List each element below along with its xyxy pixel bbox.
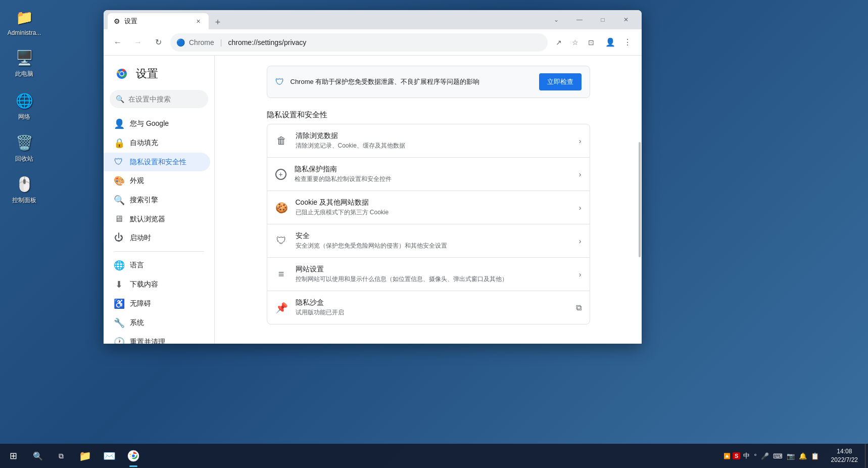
active-tab[interactable]: ⚙ 设置 ✕ [108, 13, 209, 29]
refresh-button[interactable]: ↻ [150, 34, 166, 51]
sidebar-item-reset[interactable]: 🕐 重置并清理 [104, 333, 210, 344]
admin-label: Administra... [8, 29, 41, 36]
search-box[interactable]: 🔍 [110, 90, 208, 108]
show-desktop-button[interactable] [865, 444, 868, 468]
mic-icon[interactable]: 🎤 [760, 452, 770, 460]
sidebar-label-autofill: 自动填充 [130, 138, 158, 148]
taskbar-clock[interactable]: 14:08 2022/7/22 [825, 444, 864, 468]
sidebar-item-search[interactable]: 🔍 搜索引擎 [104, 191, 210, 210]
desktop-icon-network[interactable]: 🌐 网络 [4, 88, 44, 123]
forward-button[interactable]: → [130, 34, 146, 51]
clipboard-icon[interactable]: 📋 [810, 452, 820, 460]
security-item[interactable]: 🛡 安全 安全浏览（保护您免受危险网站的侵害）和其他安全设置 › [267, 224, 590, 258]
site-settings-item[interactable]: ≡ 网站设置 控制网站可以使用和显示什么信息（如位置信息、摄像头、弹出式窗口及其… [267, 258, 590, 291]
profile-button[interactable]: 👤 [602, 34, 618, 51]
maximize-button[interactable]: □ [591, 10, 614, 29]
clear-browsing-item[interactable]: 🗑 清除浏览数据 清除浏览记录、Cookie、缓存及其他数据 › [267, 124, 590, 158]
split-button[interactable]: ⊡ [584, 35, 598, 50]
accessibility-icon: ♿ [114, 298, 124, 309]
appearance-icon: 🎨 [114, 175, 124, 186]
autofill-icon: 🔒 [114, 137, 124, 149]
taskbar-app-explorer[interactable]: 📁 [73, 444, 97, 468]
sidebar-item-autofill[interactable]: 🔒 自动填充 [104, 133, 210, 153]
camera-icon[interactable]: 📷 [786, 452, 796, 460]
recycle-label: 回收站 [15, 155, 33, 163]
sidebar-item-google[interactable]: 👤 您与 Google [104, 114, 210, 133]
sogou-icon[interactable]: S [733, 452, 740, 459]
scrollbar-track[interactable] [638, 56, 642, 344]
sidebar-label-privacy: 隐私设置和安全性 [130, 158, 186, 167]
sidebar-item-system[interactable]: 🔧 系统 [104, 313, 210, 333]
search-input[interactable] [128, 95, 215, 103]
cookies-arrow: › [579, 204, 582, 212]
omnibox[interactable]: 🔵 Chrome | chrome://settings/privacy [170, 33, 548, 52]
dropdown-button[interactable]: ⌄ [545, 10, 568, 29]
share-button[interactable]: ↗ [552, 35, 566, 50]
clear-browsing-text: 清除浏览数据 清除浏览记录、Cookie、缓存及其他数据 [296, 131, 571, 150]
sidebar-label-accessibility: 无障碍 [130, 299, 151, 308]
site-settings-subtitle: 控制网站可以使用和显示什么信息（如位置信息、摄像头、弹出式窗口及其他） [296, 275, 571, 284]
desktop-icon-recycle[interactable]: 🗑️ 回收站 [4, 130, 44, 165]
check-now-button[interactable]: 立即检查 [539, 73, 582, 90]
taskbar-app-chrome[interactable] [121, 444, 146, 468]
security-arrow: › [579, 237, 582, 245]
chrome-logo-icon [114, 66, 130, 82]
desktop-icon-mypc[interactable]: 🖥️ 此电脑 [4, 45, 44, 80]
notification-icon[interactable]: 🔔 [798, 452, 808, 460]
tab-title: 设置 [124, 17, 189, 26]
omnibox-separator: | [220, 38, 222, 46]
tab-close-button[interactable]: ✕ [194, 17, 203, 26]
start-button[interactable]: ⊞ [0, 444, 26, 468]
controlpanel-icon: 🖱️ [14, 174, 34, 194]
chevron-up-icon[interactable]: 🔼 [724, 453, 731, 459]
sidebar-item-browser[interactable]: 🖥 默认浏览器 [104, 210, 210, 228]
security-subtitle: 安全浏览（保护您免受危险网站的侵害）和其他安全设置 [296, 242, 571, 250]
privacy-guide-icon: + [275, 169, 286, 180]
sidebar-divider [114, 251, 204, 252]
sidebar-item-appearance[interactable]: 🎨 外观 [104, 171, 210, 191]
scrollbar-thumb[interactable] [639, 142, 641, 257]
taskbar-app-mail[interactable]: ✉️ [97, 444, 121, 468]
close-button[interactable]: ✕ [614, 10, 638, 29]
privacy-sandbox-item[interactable]: 📌 隐私沙盒 试用版功能已开启 ⧉ [267, 291, 590, 324]
browser-icon: 🖥 [114, 214, 124, 224]
privacy-sandbox-title: 隐私沙盒 [296, 298, 568, 307]
external-link-icon: ⧉ [576, 303, 582, 312]
cookies-item[interactable]: 🍪 Cookie 及其他网站数据 已阻止无痕模式下的第三方 Cookie › [267, 191, 590, 224]
sidebar-label-language: 语言 [130, 261, 144, 270]
ime-icon[interactable]: 中 [742, 451, 751, 460]
clock-time: 14:08 [837, 447, 852, 456]
settings-content: 🛡 Chrome 有助于保护您免受数据泄露、不良扩展程序等问题的影响 立即检查 … [257, 66, 600, 324]
minimize-button[interactable]: — [568, 10, 591, 29]
desktop-icon-admin[interactable]: 📁 Administra... [4, 5, 44, 38]
startup-icon: ⏻ [114, 232, 124, 243]
security-icon: 🛡 [275, 235, 287, 247]
sidebar-item-privacy[interactable]: 🛡 隐私设置和安全性 [104, 153, 210, 171]
sidebar-item-accessibility[interactable]: ♿ 无障碍 [104, 294, 210, 313]
settings-list: 🗑 清除浏览数据 清除浏览记录、Cookie、缓存及其他数据 › + 隐私保护指… [267, 124, 590, 324]
bookmark-button[interactable]: ☆ [568, 35, 582, 50]
back-button[interactable]: ← [110, 34, 126, 51]
privacy-sandbox-icon: 📌 [275, 302, 287, 314]
section-title: 隐私设置和安全性 [257, 102, 600, 124]
search-button[interactable]: 🔍 [26, 444, 50, 468]
menu-button[interactable]: ⋮ [619, 34, 636, 51]
privacy-guide-item[interactable]: + 隐私保护指南 检查重要的隐私控制设置和安全控件 › [267, 158, 590, 191]
banner-shield-icon: 🛡 [275, 77, 284, 87]
tab-strip: ⚙ 设置 ✕ + [108, 10, 541, 29]
sidebar-item-language[interactable]: 🌐 语言 [104, 256, 210, 275]
task-view-button[interactable]: ⧉ [50, 444, 73, 468]
site-settings-icon: ≡ [275, 268, 287, 280]
search-engine-icon: 🔍 [114, 195, 124, 206]
sidebar-item-downloads[interactable]: ⬇ 下载内容 [104, 275, 210, 294]
new-tab-button[interactable]: + [211, 15, 225, 29]
banner-text: Chrome 有助于保护您免受数据泄露、不良扩展程序等问题的影响 [291, 77, 533, 86]
taskbar-systray: 🔼 S 中 ° 🎤 ⌨ 📷 🔔 📋 [719, 444, 824, 468]
reset-icon: 🕐 [114, 337, 124, 344]
privacy-sandbox-text: 隐私沙盒 试用版功能已开启 [296, 298, 568, 317]
sidebar-item-startup[interactable]: ⏻ 启动时 [104, 228, 210, 247]
temp-icon[interactable]: ° [753, 452, 757, 460]
keyboard-icon[interactable]: ⌨ [772, 452, 784, 460]
settings-title: 设置 [136, 66, 158, 81]
desktop-icon-controlpanel[interactable]: 🖱️ 控制面板 [4, 172, 44, 207]
